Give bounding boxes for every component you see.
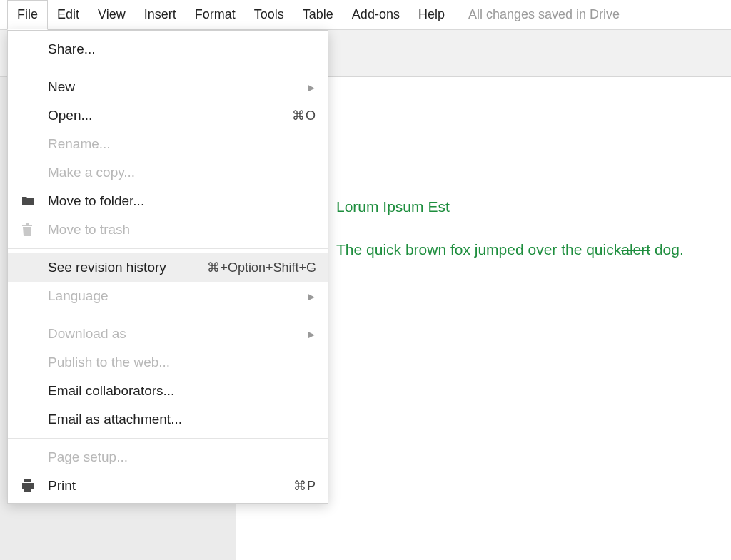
file-move-to-trash: Move to trash xyxy=(8,215,328,244)
menu-separator xyxy=(8,68,328,68)
submenu-arrow-icon: ▶ xyxy=(308,291,316,302)
file-download-as: Download as ▶ xyxy=(8,320,328,348)
menu-view[interactable]: View xyxy=(89,0,135,30)
file-download-as-label: Download as xyxy=(21,326,308,342)
menu-separator xyxy=(8,438,328,439)
menu-help[interactable]: Help xyxy=(409,0,454,30)
file-page-setup: Page setup... xyxy=(8,443,328,472)
file-email-as-attachment-label: Email as attachment... xyxy=(21,412,316,427)
file-email-as-attachment[interactable]: Email as attachment... xyxy=(8,405,328,434)
file-share[interactable]: Share... xyxy=(8,35,328,63)
file-rename-label: Rename... xyxy=(21,136,316,152)
file-new[interactable]: New ▶ xyxy=(8,73,328,101)
printer-icon xyxy=(21,479,41,492)
file-move-to-folder[interactable]: Move to folder... xyxy=(8,187,328,215)
file-move-to-trash-label: Move to trash xyxy=(41,222,316,238)
file-page-setup-label: Page setup... xyxy=(21,449,316,465)
file-move-to-folder-label: Move to folder... xyxy=(41,193,316,209)
body-text-strike: alert xyxy=(621,241,650,258)
trash-icon xyxy=(21,223,41,237)
file-language-label: Language xyxy=(21,288,308,304)
document-title-line[interactable]: Lorum Ipsum Est xyxy=(336,198,731,215)
file-revision-history-shortcut: ⌘+Option+Shift+G xyxy=(207,260,316,275)
submenu-arrow-icon: ▶ xyxy=(308,82,316,93)
menubar: File Edit View Insert Format Tools Table… xyxy=(0,0,731,30)
body-text-prefix: The quick brown fox jumped over the quic… xyxy=(336,241,621,258)
file-share-label: Share... xyxy=(21,41,316,57)
file-publish-to-web: Publish to the web... xyxy=(8,348,328,377)
save-status: All changes saved in Drive xyxy=(468,7,620,22)
file-make-copy: Make a copy... xyxy=(8,158,328,187)
file-rename: Rename... xyxy=(8,130,328,158)
document-body-line[interactable]: The quick brown fox jumped over the quic… xyxy=(336,241,731,258)
file-email-collaborators-label: Email collaborators... xyxy=(21,383,316,399)
file-publish-to-web-label: Publish to the web... xyxy=(21,355,316,370)
file-language: Language ▶ xyxy=(8,282,328,310)
menu-file[interactable]: File xyxy=(7,0,48,30)
menu-separator xyxy=(8,248,328,249)
menu-table[interactable]: Table xyxy=(293,0,343,30)
file-new-label: New xyxy=(21,79,308,95)
menu-tools[interactable]: Tools xyxy=(245,0,293,30)
menu-format[interactable]: Format xyxy=(186,0,245,30)
file-print-label: Print xyxy=(41,478,293,494)
file-print[interactable]: Print ⌘P xyxy=(8,472,328,500)
menu-edit[interactable]: Edit xyxy=(48,0,89,30)
menu-addons[interactable]: Add-ons xyxy=(343,0,409,30)
file-open[interactable]: Open... ⌘O xyxy=(8,101,328,130)
folder-icon xyxy=(21,195,41,207)
file-dropdown: Share... New ▶ Open... ⌘O Rename... Make… xyxy=(7,30,328,504)
menu-separator xyxy=(8,315,328,315)
file-revision-history[interactable]: See revision history ⌘+Option+Shift+G xyxy=(8,253,328,282)
body-text-suffix: dog. xyxy=(650,241,684,258)
menu-insert[interactable]: Insert xyxy=(135,0,186,30)
file-make-copy-label: Make a copy... xyxy=(21,165,316,180)
file-open-shortcut: ⌘O xyxy=(292,108,316,123)
file-print-shortcut: ⌘P xyxy=(293,478,316,494)
file-email-collaborators[interactable]: Email collaborators... xyxy=(8,377,328,405)
submenu-arrow-icon: ▶ xyxy=(308,329,316,340)
file-open-label: Open... xyxy=(21,108,292,123)
file-revision-history-label: See revision history xyxy=(21,260,207,275)
